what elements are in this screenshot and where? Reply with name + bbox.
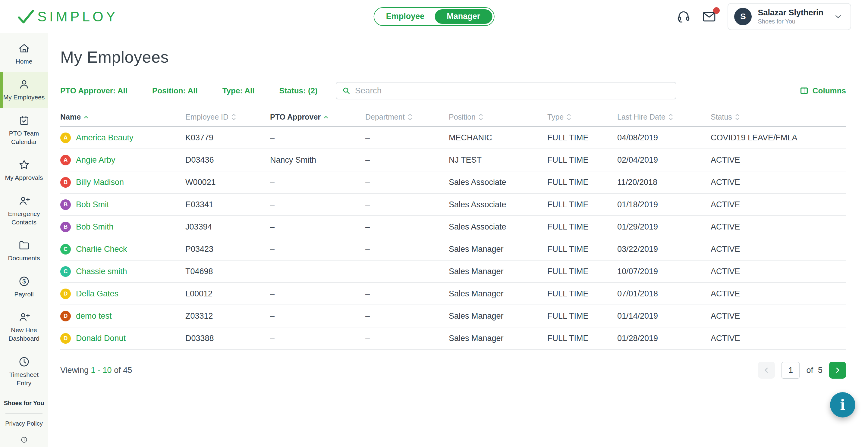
table-row[interactable]: B Bob Smit E03341 – – Sales Associate FU… [60,194,846,216]
employee-avatar: B [60,199,71,210]
sidebar-item-label: PTO Team Calendar [2,129,46,147]
previous-page-button[interactable] [758,362,775,379]
user-name: Salazar Slytherin [758,8,824,18]
column-header-name[interactable]: Name [60,113,185,121]
table-row[interactable]: A Angie Arby D03436 Nancy Smith – NJ TES… [60,149,846,171]
cell-last-hire-date: 03/22/2019 [617,245,711,254]
employee-avatar: C [60,244,71,255]
cell-pto-approver: – [270,178,365,187]
search-input[interactable] [355,86,670,95]
help-info-button[interactable]: i [830,392,855,417]
cell-position: Sales Manager [449,312,547,321]
cell-type: FULL TIME [547,334,617,343]
employee-name-link[interactable]: Angie Arby [76,155,116,165]
sidebar-item-timesheet-entry[interactable]: Timesheet Entry [0,349,48,394]
cell-status: ACTIVE [711,245,846,254]
user-menu[interactable]: S Salazar Slytherin Shoes for You [727,3,851,30]
cell-employee-id: D03388 [185,334,270,343]
manager-toggle-button[interactable]: Manager [435,9,492,24]
employee-avatar: A [60,155,71,165]
cell-type: FULL TIME [547,289,617,298]
cell-pto-approver: – [270,267,365,276]
sidebar-item-my-approvals[interactable]: My Approvals [0,152,48,188]
table-row[interactable]: D Donald Donut D03388 – – Sales Manager … [60,327,846,350]
column-header-type[interactable]: Type [547,113,617,121]
sidebar-item-home[interactable]: Home [0,36,48,72]
home-icon [18,42,30,55]
table-row[interactable]: C Chassie smith T04698 – – Sales Manager… [60,260,846,283]
sidebar-item-label: My Approvals [5,173,43,182]
cell-employee-id: L00012 [185,289,270,298]
cell-pto-approver: – [270,245,365,254]
employee-name-link[interactable]: Billy Madison [76,178,124,187]
cell-pto-approver: – [270,289,365,298]
employee-name-link[interactable]: America Beauty [76,133,133,142]
pagination: of 5 [758,362,846,379]
cell-type: FULL TIME [547,312,617,321]
cell-employee-id: T04698 [185,267,270,276]
svg-text:$: $ [22,278,26,285]
divider [5,413,42,414]
table-row[interactable]: A America Beauty K03779 – – MECHANIC FUL… [60,127,846,149]
column-header-last-hire-date[interactable]: Last Hire Date [617,113,711,121]
employee-avatar: A [60,132,71,143]
table-row[interactable]: B Bob Smith J03394 – – Sales Associate F… [60,216,846,238]
messages-button[interactable] [702,10,717,24]
column-header-department[interactable]: Department [365,113,449,121]
cell-employee-id: E03341 [185,200,270,209]
sidebar-item-documents[interactable]: Documents [0,233,48,269]
table-row[interactable]: B Billy Madison W00021 – – Sales Associa… [60,171,846,194]
table-row[interactable]: D demo test Z03312 – – Sales Manager FUL… [60,305,846,327]
cell-status: ACTIVE [711,222,846,232]
employee-name-link[interactable]: demo test [76,312,112,321]
column-header-position[interactable]: Position [449,113,547,121]
filter-type[interactable]: Type: All [222,86,255,95]
cell-status: ACTIVE [711,178,846,187]
info-circle-icon[interactable] [21,436,28,443]
cell-department: – [365,267,449,276]
table-row[interactable]: D Della Gates L00012 – – Sales Manager F… [60,283,846,305]
sidebar-item-pto-team-calendar[interactable]: PTO Team Calendar [0,108,48,153]
employee-name-link[interactable]: Bob Smit [76,200,109,209]
employee-name-link[interactable]: Chassie smith [76,267,127,276]
employee-toggle-button[interactable]: Employee [376,9,435,24]
cell-pto-approver: – [270,334,365,343]
employee-name-link[interactable]: Bob Smith [76,222,114,232]
table-footer: Viewing 1 - 10 of 45 of 5 [60,362,846,379]
cell-position: Sales Associate [449,222,547,232]
cell-employee-id: W00021 [185,178,270,187]
employee-name-link[interactable]: Della Gates [76,289,119,298]
cell-last-hire-date: 01/18/2019 [617,200,711,209]
table-row[interactable]: C Charlie Check P03423 – – Sales Manager… [60,238,846,260]
employee-name-link[interactable]: Donald Donut [76,334,126,343]
column-header-status[interactable]: Status [711,113,846,121]
role-toggle: Employee Manager [374,7,495,26]
sidebar-item-my-employees[interactable]: My Employees [0,72,48,108]
page-number-input[interactable] [781,362,800,379]
sidebar-item-label: Documents [8,254,40,262]
filter-position[interactable]: Position: All [152,86,198,95]
sidebar-item-new-hire-dashboard[interactable]: New Hire Dashboard [0,305,48,349]
folder-icon [18,239,30,251]
cell-status: ACTIVE [711,267,846,276]
employee-avatar: D [60,333,71,344]
sidebar-item-label: New Hire Dashboard [2,326,46,343]
sort-icons [669,114,673,121]
employee-name-link[interactable]: Charlie Check [76,245,127,254]
next-page-button[interactable] [829,362,846,379]
column-header-employee-id[interactable]: Employee ID [185,113,270,121]
cell-status: ACTIVE [711,312,846,321]
column-header-label: Employee ID [185,113,228,121]
cell-employee-id: Z03312 [185,312,270,321]
sidebar-item-payroll[interactable]: $ Payroll [0,269,48,305]
sort-icons [567,114,571,121]
table-body: A America Beauty K03779 – – MECHANIC FUL… [60,127,846,350]
filter-pto-approver[interactable]: PTO Approver: All [60,86,127,95]
column-header-label: Department [365,113,405,121]
privacy-policy-link[interactable]: Privacy Policy [3,420,45,427]
filter-status[interactable]: Status: (2) [279,86,318,95]
columns-button[interactable]: Columns [799,86,846,95]
sidebar-item-emergency-contacts[interactable]: Emergency Contacts [0,189,48,233]
column-header-pto-approver[interactable]: PTO Approver [270,113,365,121]
support-headset-button[interactable] [676,9,691,24]
